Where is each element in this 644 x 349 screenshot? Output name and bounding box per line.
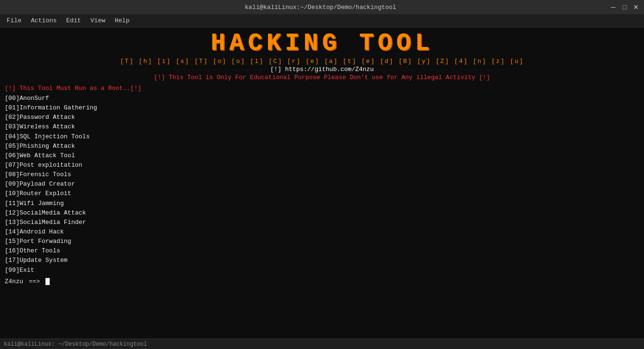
- credits-line: [T] [h] [i] [s] [T] [o] [o] [l] [C] [r] …: [5, 58, 639, 65]
- menu-item-01: [01]Information Gathering: [5, 103, 639, 113]
- menu-edit[interactable]: Edit: [62, 16, 86, 25]
- menu-item-11: [11]Wifi Jamming: [5, 199, 639, 208]
- prompt-arrow: ==>: [25, 278, 44, 285]
- window-controls: ─ □ ✕: [609, 3, 640, 11]
- menu-item-07: [07]Post exploitation: [5, 161, 639, 170]
- menu-bar: File Actions Edit View Help: [0, 14, 644, 27]
- menu-help[interactable]: Help: [110, 16, 134, 25]
- menu-item-08: [08]Forensic Tools: [5, 170, 639, 179]
- menu-item-12: [12]SocialMedia Attack: [5, 208, 639, 218]
- menu-item-13: [13]SocialMedia Finder: [5, 218, 639, 227]
- menu-view[interactable]: View: [86, 16, 110, 25]
- menu-list: [00]AnonSurf [01]Information Gathering […: [5, 94, 639, 275]
- menu-item-14: [14]Android Hack: [5, 227, 639, 237]
- menu-item-03: [03]Wireless Attack: [5, 122, 639, 132]
- menu-item-04: [04]SQL Injection Tools: [5, 132, 639, 142]
- window-title: kali@kaliLinux:~/Desktop/Demo/hackingtoo…: [32, 4, 609, 11]
- terminal-area[interactable]: HACKING TOOL [T] [h] [i] [s] [T] [o] [o]…: [0, 27, 644, 339]
- menu-item-09: [09]Payload Creator: [5, 179, 639, 189]
- command-prompt[interactable]: Z4nzu ==>: [5, 278, 639, 285]
- status-bar: kali@kaliLinux: ~/Desktop/Demo/hackingto…: [0, 339, 644, 349]
- title-bar: kali@kaliLinux:~/Desktop/Demo/hackingtoo…: [0, 0, 644, 14]
- root-warning: [!] This Tool Must Run as a Root..[!]: [5, 85, 639, 92]
- maximize-button[interactable]: □: [620, 3, 629, 11]
- cursor-blink: [45, 278, 50, 285]
- menu-item-02: [02]Password Attack: [5, 113, 639, 122]
- menu-item-00: [00]AnonSurf: [5, 94, 639, 103]
- github-link: [!] https://github.com/Z4nzu: [5, 66, 639, 73]
- menu-item-15: [15]Port Forwading: [5, 237, 639, 246]
- close-button[interactable]: ✕: [632, 3, 640, 11]
- menu-item-06: [06]Web Attack Tool: [5, 151, 639, 161]
- status-text: kali@kaliLinux: ~/Desktop/Demo/hackingto…: [4, 341, 147, 348]
- menu-actions[interactable]: Actions: [26, 16, 62, 25]
- ascii-banner: HACKING TOOL: [5, 31, 639, 56]
- menu-item-05: [05]Phishing Attack: [5, 142, 639, 151]
- warning-line: [!] This Tool is Only For Educational Pu…: [5, 74, 639, 81]
- menu-item-99: [99]Exit: [5, 266, 639, 275]
- minimize-button[interactable]: ─: [609, 3, 617, 11]
- prompt-username: Z4nzu: [5, 278, 23, 285]
- menu-item-10: [10]Router Exploit: [5, 189, 639, 198]
- ascii-art: HACKING TOOL: [211, 31, 433, 56]
- menu-file[interactable]: File: [2, 16, 26, 25]
- menu-item-17: [17]Update System: [5, 256, 639, 265]
- menu-item-16: [16]Other Tools: [5, 246, 639, 256]
